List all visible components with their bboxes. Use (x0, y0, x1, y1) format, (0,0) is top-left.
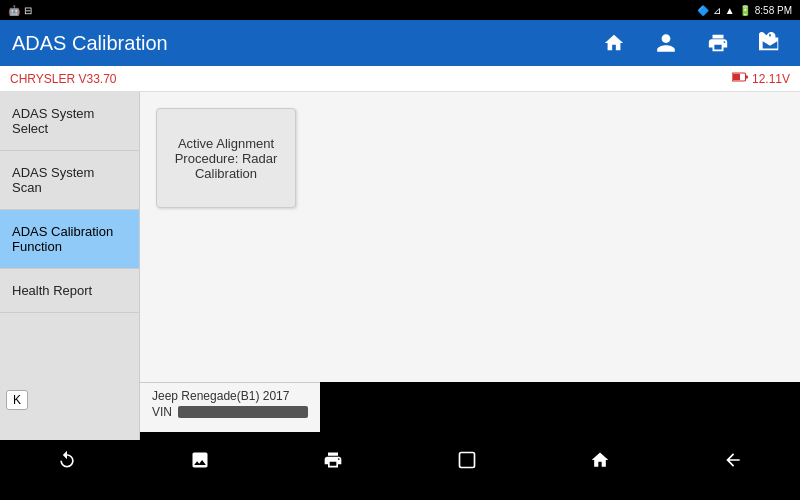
svg-rect-1 (733, 74, 740, 80)
sidebar-item-health-report[interactable]: Health Report (0, 269, 139, 313)
wifi-icon: ⊿ (713, 5, 721, 16)
status-bar: 🤖 ⊟ 🔷 ⊿ ▲ 🔋 8:58 PM (0, 0, 800, 20)
svg-rect-2 (746, 75, 748, 78)
print-nav-icon (323, 450, 343, 470)
back-button[interactable] (713, 440, 753, 480)
sd-icon: ⊟ (24, 5, 32, 16)
user-icon (655, 32, 677, 54)
main-area: ADAS System Select ADAS System Scan ADAS… (0, 92, 800, 440)
battery-status-icon: 🔋 (739, 5, 751, 16)
vehicle-name: Jeep Renegade(B1) 2017 (152, 389, 308, 403)
status-bar-right: 🔷 ⊿ ▲ 🔋 8:58 PM (697, 5, 792, 16)
home-nav-button[interactable] (580, 440, 620, 480)
android-icon: 🤖 (8, 5, 20, 16)
back-icon (723, 450, 743, 470)
vehicle-info: Jeep Renegade(B1) 2017 VIN (152, 389, 308, 419)
home-icon (603, 32, 625, 54)
export-button[interactable] (752, 25, 788, 61)
recents-icon (57, 450, 77, 470)
sidebar-item-adas-system-scan[interactable]: ADAS System Scan (0, 151, 139, 210)
content-pane: Active Alignment Procedure: Radar Calibr… (140, 92, 800, 382)
collapse-button[interactable]: K (6, 390, 28, 410)
image-icon (190, 450, 210, 470)
signal-bars-icon: ▲ (725, 5, 735, 16)
battery-warn-icon (732, 71, 748, 86)
bottom-section: K Jeep Renegade(B1) 2017 VIN (0, 382, 800, 440)
sidebar-item-adas-calibration-function[interactable]: ADAS Calibration Function (0, 210, 139, 269)
nav-bar (0, 440, 800, 480)
top-bar: ADAS Calibration (0, 20, 800, 66)
top-bar-actions (596, 25, 788, 61)
status-bar-left: 🤖 ⊟ (8, 5, 32, 16)
voltage-value: 12.11V (752, 72, 790, 86)
time-display: 8:58 PM (755, 5, 792, 16)
content-area: ADAS System Select ADAS System Scan ADAS… (0, 92, 800, 382)
recents-button[interactable] (47, 440, 87, 480)
sidebar-footer: K (0, 382, 140, 440)
vin-value-redacted (178, 406, 308, 418)
screenshot-button[interactable] (180, 440, 220, 480)
vin-label: VIN (152, 405, 172, 419)
print-button[interactable] (700, 25, 736, 61)
vin-row: VIN (152, 405, 308, 419)
square-icon (457, 450, 477, 470)
svg-rect-3 (459, 453, 474, 468)
print-nav-button[interactable] (313, 440, 353, 480)
active-alignment-card[interactable]: Active Alignment Procedure: Radar Calibr… (156, 108, 296, 208)
vehicle-version: CHRYSLER V33.70 (10, 72, 117, 86)
bluetooth-icon: 🔷 (697, 5, 709, 16)
sidebar: ADAS System Select ADAS System Scan ADAS… (0, 92, 140, 382)
bottom-info-bar: Jeep Renegade(B1) 2017 VIN (140, 382, 320, 432)
app-title: ADAS Calibration (12, 32, 168, 55)
home-button[interactable] (596, 25, 632, 61)
sidebar-item-adas-system-select[interactable]: ADAS System Select (0, 92, 139, 151)
print-icon (707, 32, 729, 54)
sub-bar: CHRYSLER V33.70 12.11V (0, 66, 800, 92)
voltage-display: 12.11V (732, 71, 790, 86)
export-icon (759, 32, 781, 54)
square-button[interactable] (447, 440, 487, 480)
user-button[interactable] (648, 25, 684, 61)
home-nav-icon (590, 450, 610, 470)
